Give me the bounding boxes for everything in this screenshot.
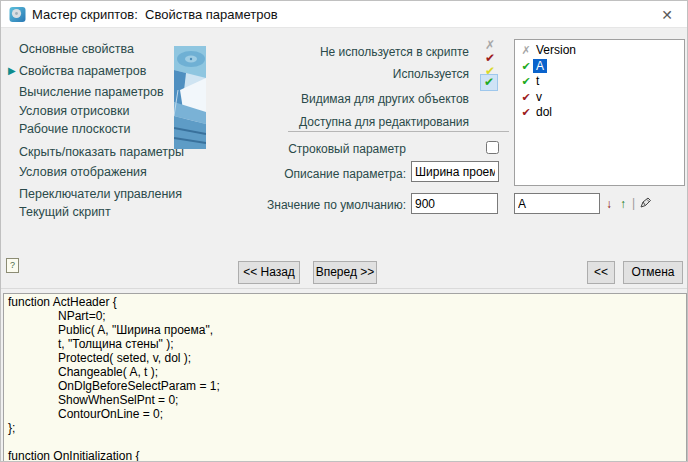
param-list-item[interactable]: ✔v bbox=[519, 90, 684, 106]
check-red-icon: ✔ bbox=[519, 106, 533, 119]
move-down-icon[interactable]: ↓ bbox=[606, 197, 612, 211]
param-list-item[interactable]: ✔t bbox=[519, 74, 684, 90]
parameter-list: ✗Version ✔A ✔t ✔v ✔dol bbox=[514, 39, 685, 186]
sidebar-item-label: Условия отображения bbox=[19, 165, 147, 179]
sidebar-item-label: Переключатели управления bbox=[19, 187, 182, 201]
param-list-item[interactable]: ✔A bbox=[519, 59, 684, 75]
sidebar-item-label: Рабочие плоскости bbox=[19, 122, 131, 136]
collapse-button[interactable]: << bbox=[587, 261, 615, 284]
x-gray-icon: ✗ bbox=[519, 44, 533, 57]
sidebar-item-drawing-conditions[interactable]: Условия отрисовки bbox=[19, 104, 129, 119]
param-label-selected: A bbox=[533, 59, 547, 73]
app-icon bbox=[9, 6, 26, 23]
description-label: Описание параметра: bbox=[284, 167, 406, 181]
next-button[interactable]: Вперед >> bbox=[313, 261, 377, 284]
sidebar-item-label: Текущий скрипт bbox=[19, 205, 111, 219]
help-icon[interactable]: ? bbox=[6, 258, 19, 273]
param-label: Version bbox=[533, 43, 579, 57]
active-arrow-icon: ▶ bbox=[8, 65, 16, 76]
used-green-check-icon: ✔ bbox=[484, 75, 494, 89]
edit-value-icon[interactable] bbox=[638, 196, 652, 210]
sidebar-item-label: Условия отрисовки bbox=[19, 104, 129, 118]
sidebar-item-display-conditions[interactable]: Условия отображения bbox=[19, 165, 147, 180]
sidebar-item-parameter-properties[interactable]: ▶Свойства параметров bbox=[19, 64, 146, 79]
sidebar-item-work-planes[interactable]: Рабочие плоскости bbox=[19, 122, 131, 137]
editable-label: Доступна для редактирования bbox=[299, 115, 469, 130]
string-param-label: Строковый параметр bbox=[288, 142, 406, 156]
sidebar-item-label: Скрыть/показать параметры bbox=[19, 145, 184, 159]
script-code-area[interactable]: function ActHeader { NPart=0; Public( A,… bbox=[3, 293, 687, 462]
title-bar: Мастер скриптов: Свойства параметров ✕ bbox=[1, 1, 687, 28]
back-button[interactable]: << Назад bbox=[238, 261, 300, 284]
sidebar-item-parameter-calculation[interactable]: Вычисление параметров bbox=[19, 85, 164, 100]
not-used-label: Не используется в скрипте bbox=[320, 45, 469, 60]
sidebar-item-basic-properties[interactable]: Основные свойства bbox=[19, 42, 134, 57]
check-green-icon: ✔ bbox=[519, 60, 533, 73]
param-name-input[interactable] bbox=[514, 193, 600, 214]
used-selected-state[interactable]: ✔ bbox=[480, 74, 498, 91]
code-separator bbox=[1, 288, 688, 289]
script-wizard-dialog: Мастер скриптов: Свойства параметров ✕ О… bbox=[0, 0, 688, 462]
window-title: Мастер скриптов: Свойства параметров bbox=[32, 7, 278, 22]
icon-separator: | bbox=[632, 196, 635, 210]
sidebar-item-control-switches[interactable]: Переключатели управления bbox=[19, 187, 182, 202]
move-up-icon[interactable]: ↑ bbox=[620, 197, 626, 211]
options-divider bbox=[288, 131, 509, 132]
sidebar-item-label: Вычисление параметров bbox=[19, 85, 164, 99]
preview-image bbox=[174, 46, 206, 149]
param-label: dol bbox=[533, 105, 555, 119]
sidebar-item-hide-show-parameters[interactable]: Скрыть/показать параметры bbox=[19, 145, 184, 160]
default-value-input[interactable] bbox=[411, 193, 498, 214]
close-icon[interactable]: ✕ bbox=[657, 5, 677, 25]
cancel-button[interactable]: Отмена bbox=[623, 261, 683, 284]
check-red-icon: ✔ bbox=[519, 91, 533, 104]
visible-for-objects-label: Видимая для других объектов bbox=[301, 92, 469, 107]
param-list-item[interactable]: ✔dol bbox=[519, 105, 684, 121]
default-value-label: Значение по умолчанию: bbox=[267, 198, 406, 212]
param-label: v bbox=[533, 90, 545, 104]
string-param-checkbox[interactable] bbox=[486, 141, 499, 154]
used-label: Используется bbox=[393, 67, 469, 82]
sidebar-item-label: Основные свойства bbox=[19, 42, 134, 56]
check-green-icon: ✔ bbox=[519, 75, 533, 88]
param-list-item[interactable]: ✗Version bbox=[519, 43, 684, 59]
description-input[interactable] bbox=[411, 161, 499, 182]
sidebar-item-current-script[interactable]: Текущий скрипт bbox=[19, 205, 111, 220]
param-label: t bbox=[533, 74, 542, 88]
sidebar-item-label: Свойства параметров bbox=[19, 64, 146, 78]
